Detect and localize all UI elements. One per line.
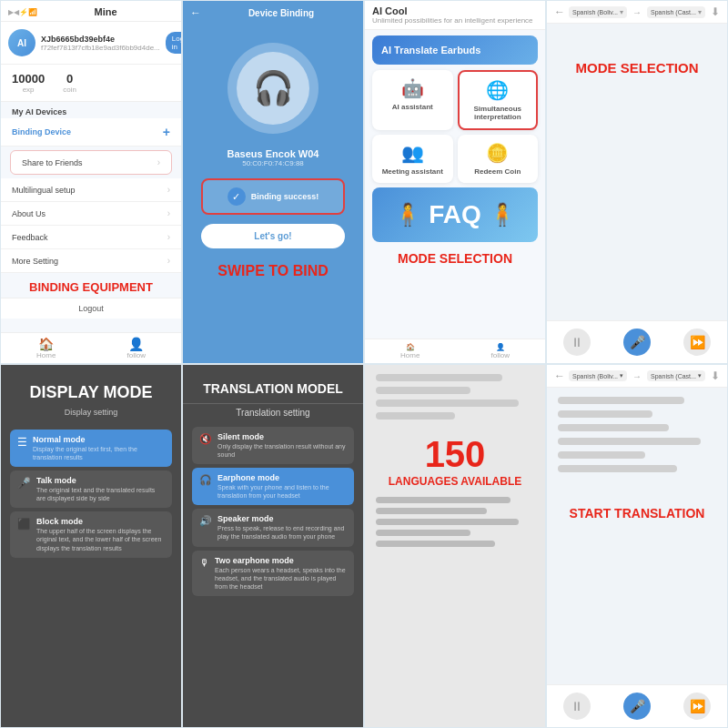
- mic-button[interactable]: 🎤: [623, 693, 651, 720]
- normal-mode-name: Normal mode: [33, 435, 165, 444]
- add-icon[interactable]: +: [163, 125, 170, 139]
- speaker-mode-desc: Press to speak, release to end recording…: [217, 524, 347, 541]
- languages-available-label: LANGUAGES AVAILABLE: [365, 475, 545, 497]
- speaker-mode-text: Speaker mode Press to speak, release to …: [217, 514, 347, 541]
- banner-title: AI Translate Earbuds: [381, 45, 529, 56]
- lang-select-right[interactable]: Spanish (Cast... ▾: [647, 370, 705, 381]
- avatar: AI: [8, 29, 35, 56]
- tab-home[interactable]: 🏠 Home: [400, 343, 420, 359]
- more-setting-item[interactable]: More Setting ›: [1, 249, 181, 273]
- chevron-icon: ›: [167, 256, 170, 266]
- mode-selection-label: MODE SELECTION: [547, 24, 727, 94]
- earbuds-icon: 🎧: [253, 69, 294, 107]
- share-friends-item[interactable]: Share to Friends ›: [10, 150, 172, 175]
- redeem-coin-tile[interactable]: 🪙 Redeem Coin: [458, 135, 539, 183]
- normal-mode-icon: ☰: [17, 436, 27, 449]
- follow-icon: 👤: [126, 337, 145, 351]
- blur-line: [376, 412, 455, 420]
- speaker-mode-icon: 🔊: [199, 515, 212, 527]
- talk-mode-name: Talk mode: [36, 476, 165, 485]
- lets-go-button[interactable]: Let's go!: [201, 224, 345, 248]
- back-icon[interactable]: ←: [554, 5, 565, 18]
- translation-model-screen: TRANSLATION MODEL Translation setting 🔇 …: [182, 364, 364, 728]
- two-earphone-mode-option[interactable]: 🎙 Two earphone mode Each person wears a …: [192, 551, 354, 596]
- translation-setting-label: Translation setting: [183, 403, 363, 423]
- start-translation-label: START TRANSLATION: [547, 479, 727, 539]
- login-button[interactable]: Login in: [166, 32, 182, 54]
- earbuds-inner-circle: 🎧: [237, 52, 309, 125]
- meeting-assistant-tile[interactable]: 👥 Meeting assistant: [372, 135, 453, 183]
- swipe-to-bind-label: SWIPE TO BIND: [183, 258, 363, 285]
- two-earphone-text: Two earphone mode Each person wears a he…: [215, 556, 347, 591]
- mic-button[interactable]: 🎤: [623, 329, 651, 356]
- earbuds-outer-circle: 🎧: [228, 43, 318, 134]
- binding-device-item[interactable]: Binding Device +: [1, 118, 181, 147]
- talk-mode-option[interactable]: 🎤 Talk mode The original text and the tr…: [10, 470, 172, 508]
- stats-row: 10000 exp 0 coin: [1, 65, 181, 102]
- lang-select-right[interactable]: Spanish (Cast... ▾: [647, 6, 705, 18]
- back-icon[interactable]: ←: [554, 369, 565, 382]
- silent-mode-desc: Only display the translation result with…: [217, 442, 347, 459]
- lang-select-left[interactable]: Spanish (Boliv... ▾: [569, 6, 627, 18]
- exp-stat: 10000 exp: [12, 72, 45, 94]
- bottom-tabs: ⏸ 🎤 ⏩: [547, 684, 727, 727]
- top-bar-ai-cool: AI Cool Unlimited possibilities for an i…: [365, 1, 545, 30]
- back-icon[interactable]: ←: [190, 6, 201, 19]
- blur-line: [376, 541, 495, 547]
- silent-mode-option[interactable]: 🔇 Silent mode Only display the translati…: [192, 427, 354, 464]
- earphone-mode-option[interactable]: 🎧 Earphone mode Speak with your phone an…: [192, 468, 354, 505]
- two-earphone-name: Two earphone mode: [215, 556, 347, 565]
- silent-mode-text: Silent mode Only display the translation…: [217, 432, 347, 459]
- app-title: AI Cool: [372, 5, 538, 16]
- app-sub: Unlimited possibilities for an intellige…: [372, 16, 538, 25]
- blur-line: [376, 508, 487, 514]
- forward-button[interactable]: ⏩: [683, 693, 711, 720]
- chevron-icon: ›: [167, 208, 170, 218]
- top-bar-translation: ← Spanish (Boliv... ▾ → Spanish (Cast...…: [547, 365, 727, 388]
- lang-left-text: Spanish (Boliv...: [572, 9, 618, 15]
- arrow-right-icon: →: [632, 7, 642, 17]
- faq-banner[interactable]: 🧍 FAQ 🧍: [372, 187, 538, 242]
- dropdown-icon: ▾: [620, 8, 623, 16]
- status-icons: ▶◀⚡📶: [8, 8, 37, 16]
- download-icon[interactable]: ⬇: [711, 369, 720, 382]
- ai-assistant-icon: 🤖: [401, 77, 424, 99]
- chevron-icon: ›: [167, 232, 170, 242]
- feedback-item[interactable]: Feedback ›: [1, 226, 181, 249]
- blur-line: [376, 387, 470, 394]
- start-translation-screen: ← Spanish (Boliv... ▾ → Spanish (Cast...…: [546, 364, 728, 728]
- logout-item[interactable]: Logout: [1, 298, 181, 318]
- display-setting-sub: Display setting: [1, 408, 181, 426]
- tab-home[interactable]: 🏠 Home: [36, 337, 56, 359]
- tab-follow[interactable]: 👤 follow: [490, 343, 509, 359]
- multilingual-item[interactable]: Multilingual setup ›: [1, 178, 181, 202]
- lang-select-left[interactable]: Spanish (Boliv... ▾: [569, 370, 627, 381]
- follow-icon: 👤: [490, 343, 509, 351]
- normal-mode-text: Normal mode Display the original text fi…: [33, 435, 165, 461]
- mode-selection-right-screen: ← Spanish (Boliv... ▾ → Spanish (Cast...…: [546, 0, 728, 364]
- block-mode-option[interactable]: ⬛ Block mode The upper half of the scree…: [10, 511, 172, 557]
- simultaneous-interpretation-tile[interactable]: 🌐 Simultaneous interpretation: [458, 70, 539, 130]
- pause-button[interactable]: ⏸: [563, 693, 591, 720]
- blur-line: [558, 465, 677, 472]
- normal-mode-option[interactable]: ☰ Normal mode Display the original text …: [10, 430, 172, 467]
- download-icon[interactable]: ⬇: [711, 5, 720, 18]
- tab-follow[interactable]: 👤 follow: [126, 337, 145, 359]
- ai-assistant-tile[interactable]: 🤖 AI assistant: [372, 70, 453, 130]
- forward-button[interactable]: ⏩: [683, 329, 711, 356]
- speaker-mode-option[interactable]: 🔊 Speaker mode Press to speak, release t…: [192, 509, 354, 546]
- about-item[interactable]: About Us ›: [1, 202, 181, 226]
- binding-success-box: ✓ Binding success!: [201, 178, 345, 215]
- display-mode-label: DISPLAY MODE: [1, 365, 181, 408]
- tab-follow-label: follow: [126, 351, 145, 359]
- earbuds-area: 🎧: [183, 25, 363, 143]
- languages-screen: 150 LANGUAGES AVAILABLE: [364, 364, 546, 728]
- pause-button[interactable]: ⏸: [563, 329, 591, 356]
- silent-mode-name: Silent mode: [217, 432, 347, 441]
- follow-label: follow: [490, 351, 509, 359]
- earphone-mode-icon: 🎧: [199, 474, 212, 486]
- blur-line: [558, 397, 684, 404]
- talk-mode-text: Talk mode The original text and the tran…: [36, 476, 165, 502]
- home-icon: 🏠: [400, 343, 420, 351]
- bottom-tabs: 🏠 Home 👤 follow: [365, 339, 545, 363]
